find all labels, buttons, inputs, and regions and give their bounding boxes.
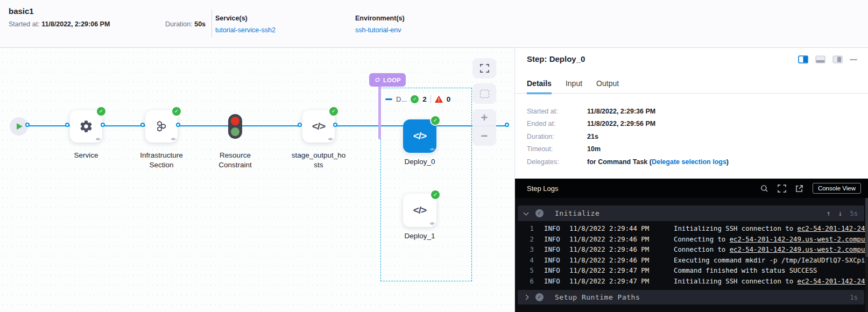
chevron-right-icon[interactable]: [524, 295, 529, 300]
duration-value: 50s: [194, 20, 206, 28]
loop-badge-label: LOOP: [383, 77, 401, 83]
scroll-to-bottom-icon[interactable]: ↓: [838, 209, 843, 217]
traffic-red-light-icon: [231, 117, 239, 125]
environments-label: Environment(s): [355, 15, 405, 22]
step-logs-section: Step Logs Console View: [515, 179, 868, 312]
field-label: Started at:: [527, 108, 587, 115]
success-badge-icon: ✓: [431, 190, 440, 199]
step-type-icon: </>: [430, 147, 434, 151]
loop-icon: [374, 76, 381, 83]
step-logs-header: Step Logs Console View: [515, 179, 868, 198]
bottom-view-toggle-icon[interactable]: [815, 55, 825, 63]
marquee-icon: [480, 90, 489, 98]
start-node[interactable]: [10, 117, 28, 136]
environment-link[interactable]: ssh-tutorial-env: [355, 26, 401, 34]
node-label: Deploy_0: [387, 157, 452, 167]
field-ended-at: Ended at: 11/8/2022, 2:29:56 PM: [527, 118, 729, 131]
section-controls: 1s: [850, 294, 858, 301]
section-duration: 1s: [850, 294, 858, 301]
log-host-link[interactable]: ec2-54-201-142-249.us: [798, 225, 868, 232]
log-row: 1 INFO 11/8/2022 2:29:44 PM Initializing…: [515, 224, 868, 235]
hexagons-icon: [154, 119, 169, 134]
scroll-to-top-icon[interactable]: ↑: [827, 209, 831, 217]
field-value: 11/8/2022, 2:29:36 PM: [587, 108, 655, 115]
fullscreen-corners-icon: [480, 64, 489, 73]
gear-icon: [79, 119, 93, 133]
connector-dot: [176, 123, 180, 127]
node-label: Infrastructure Section: [129, 151, 194, 169]
log-row: 5 INFO 11/8/2022 2:29:47 PM Command fini…: [515, 266, 868, 276]
zoom-in-button[interactable]: +: [472, 109, 496, 127]
log-message-text: Initializing SSH connection to: [674, 278, 798, 285]
success-count: 2: [422, 95, 427, 103]
section-check-icon: ✓: [535, 209, 544, 217]
step-type-icon: </>: [328, 137, 332, 141]
logs-actions: Console View: [760, 183, 861, 194]
connector-dot: [65, 123, 69, 127]
services-column: Service(s) tutorial-service-ssh2: [215, 15, 276, 34]
field-value: 11/8/2022, 2:29:56 PM: [587, 120, 655, 127]
node-infrastructure[interactable]: </> ✓: [145, 110, 178, 143]
collapse-loop-button[interactable]: [385, 98, 392, 100]
edge: [242, 125, 301, 126]
expand-logs-icon[interactable]: [778, 185, 786, 193]
delegate-selection-logs-link[interactable]: Delegate selection logs: [652, 158, 726, 166]
connector-dot: [505, 123, 509, 127]
success-badge-icon: ✓: [329, 107, 338, 116]
open-in-new-tab-icon[interactable]: [795, 185, 803, 193]
log-host-link[interactable]: ec2-54-201-142-249.us-west-2.compute.: [730, 236, 868, 243]
right-view-toggle-icon[interactable]: [832, 55, 843, 63]
edge: [102, 125, 145, 126]
log-message-text: Command finished with status SUCCESS: [674, 267, 817, 274]
log-level: INFO: [544, 266, 562, 276]
tab-output[interactable]: Output: [596, 79, 619, 94]
field-started-at: Started at: 11/8/2022, 2:29:36 PM: [527, 105, 729, 118]
node-resource-constraint[interactable]: [228, 114, 242, 139]
log-scrollbar[interactable]: [865, 198, 868, 312]
log-timestamp: 11/8/2022 2:29:47 PM: [569, 276, 650, 287]
log-timestamp: 11/8/2022 2:29:44 PM: [569, 224, 650, 235]
section-name: Initialize: [555, 209, 599, 217]
log-level: INFO: [544, 245, 562, 256]
marquee-select-button[interactable]: [472, 83, 496, 104]
section-controls: ↑ ↓ 5s: [827, 209, 858, 217]
step-type-icon: </>: [430, 222, 434, 225]
connector-dot: [333, 123, 337, 127]
log-line-number: 4: [515, 256, 534, 266]
node-deploy-0[interactable]: </> </> ✓: [403, 119, 436, 153]
duration-label: Duration:: [165, 20, 194, 28]
pipeline-canvas[interactable]: </> ✓ Service </> ✓ Infrastructure Secti…: [0, 48, 514, 312]
split-view-toggle-icon[interactable]: [798, 55, 808, 63]
node-stage-output-hosts[interactable]: </> </> ✓: [302, 110, 335, 143]
console-view-button[interactable]: Console View: [813, 183, 861, 194]
field-delegates: Delegates: for Command Task (Delegate se…: [527, 155, 729, 168]
log-host-link[interactable]: ec2-54-201-142-249.us: [798, 278, 868, 285]
code-icon: </>: [312, 120, 325, 132]
minimize-panel-icon[interactable]: [850, 59, 857, 61]
log-lines: 1 INFO 11/8/2022 2:29:44 PM Initializing…: [515, 224, 868, 287]
started-at-value: 11/8/2022, 2:29:06 PM: [41, 20, 110, 28]
node-service[interactable]: </> ✓: [70, 110, 102, 143]
log-host-link[interactable]: ec2-54-201-142-249.us-west-2.compute.: [730, 246, 868, 253]
log-section-initialize[interactable]: ✓ Initialize ↑ ↓ 5s: [518, 205, 864, 221]
log-console[interactable]: ✓ Initialize ↑ ↓ 5s 1 INFO 11/8/2022 2:2…: [515, 198, 868, 312]
log-timestamp: 11/8/2022 2:29:46 PM: [569, 256, 650, 266]
chevron-down-icon[interactable]: [524, 210, 529, 215]
service-link[interactable]: tutorial-service-ssh2: [215, 26, 276, 34]
fit-to-screen-button[interactable]: [472, 58, 496, 79]
log-section-setup-runtime-paths[interactable]: ✓ Setup Runtime Paths 1s: [518, 290, 864, 304]
log-line-number: 1: [515, 224, 534, 235]
log-message-text: Initializing SSH connection to: [674, 225, 798, 232]
tab-details[interactable]: Details: [527, 79, 552, 94]
node-label: Deploy_1: [387, 231, 452, 241]
search-icon[interactable]: [760, 185, 768, 193]
log-message: Executing command mkdir -p /tmp/Ie2aUDfl…: [674, 256, 868, 266]
zoom-out-button[interactable]: −: [472, 127, 496, 146]
node-deploy-1[interactable]: </> </> ✓: [403, 194, 436, 227]
step-details-panel: Step: Deploy_0 Details Input Output Star…: [514, 48, 868, 312]
log-line-number: 2: [515, 235, 534, 245]
tab-input[interactable]: Input: [566, 79, 582, 94]
connector-dot: [298, 123, 302, 127]
log-message-text: Executing command mkdir -p /tmp/Ie2aUDfl…: [674, 257, 868, 264]
log-scrollbar-thumb[interactable]: [865, 198, 868, 257]
